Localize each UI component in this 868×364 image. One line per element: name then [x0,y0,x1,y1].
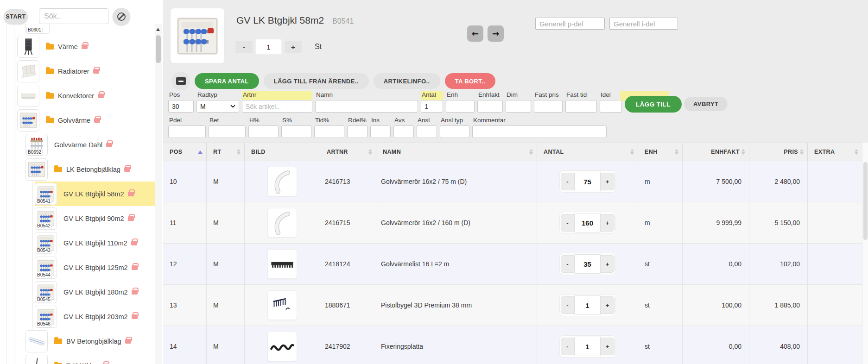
sidebar-item-lk-betongbjalklag[interactable]: LK Betongbjälklag [0,157,155,182]
spara-antal-button[interactable]: SPARA ANTAL [195,73,259,89]
collapse-button[interactable] [171,72,190,90]
sidebar-scrollbar[interactable] [155,24,162,364]
pdel-input[interactable] [168,126,206,138]
decrement-button[interactable]: - [561,214,575,232]
sidebar: B0601 Värme Radiatorer [0,0,163,364]
search-input[interactable] [39,8,108,24]
column-header-bild[interactable]: BILD [245,143,320,161]
quantity-input[interactable] [575,295,601,315]
decrement-button[interactable]: - [561,255,575,273]
idel-input[interactable] [600,100,622,113]
quantity-input[interactable] [575,254,601,274]
pos-input[interactable] [168,100,194,113]
increment-button[interactable]: + [601,338,615,355]
column-header-pos[interactable]: POS [163,143,207,161]
cell-rt: M [207,161,245,202]
sidebar-item-b0601-partial[interactable]: B0601 [0,24,155,34]
column-header-antal[interactable]: ANTAL [537,143,638,161]
enh-input[interactable] [446,100,475,113]
avs-input[interactable] [393,126,414,138]
quantity-input[interactable] [575,337,601,356]
sidebar-item-radiatorer[interactable]: Radiatorer [0,59,155,83]
lagg-till-button[interactable]: LÄGG TILL [625,96,682,113]
sidebar-item-gv-lk-btgbjkl-90m2[interactable]: B0542 GV LK Btgbjkl 90m2 [0,206,155,231]
decrement-button[interactable]: - [235,41,253,53]
avbryt-button[interactable]: AVBRYT [684,97,728,111]
item-code-badge: B0544 [36,272,52,278]
tid-pct-input[interactable] [314,126,344,138]
product-header: GV LK Btgbjkl 58m2 B0541 [236,15,354,26]
sidebar-item-trabjalklag[interactable]: Träbjälklag [0,353,155,364]
ins-input[interactable] [370,126,391,138]
column-header-extra[interactable]: EXTRA [808,143,862,161]
ansl-input[interactable] [417,126,437,138]
product-thumbnail [17,60,39,82]
sidebar-item-gv-lk-btgbjkl-110m2[interactable]: B0543 GV LK Btgbjkl 110m2 [0,231,155,255]
quantity-input[interactable] [575,172,601,191]
column-header-namn[interactable]: NAMN [376,143,537,161]
column-header-enhfakt[interactable]: ENHFAKT [683,143,749,161]
table-row[interactable]: 10 M 2416713 Golvvärmerör 16x2 / 75 m (D… [163,161,862,202]
tree-item-label: Konvektorer [58,92,94,100]
artnr-input[interactable] [242,100,312,113]
arrow-left-icon[interactable]: ← [467,25,483,42]
increment-button[interactable]: + [601,296,615,314]
s-pct-input[interactable] [281,126,311,138]
scroll-up-icon[interactable] [156,28,160,31]
radtyp-select[interactable]: M [196,100,239,113]
increment-button[interactable]: + [601,214,615,232]
kommentar-input[interactable] [472,126,607,138]
column-header-pris[interactable]: PRIS [749,143,808,161]
item-code-badge: B0692 [26,149,43,156]
artikelinfo-button[interactable]: ARTIKELINFO.. [374,73,440,89]
product-thumbnail [25,355,48,364]
scrollbar-thumb[interactable] [156,35,161,63]
rdel-pct-input[interactable] [347,126,367,138]
sidebar-item-gv-lk-btgbjkl-180m2[interactable]: B0545 GV LK Btgbjkl 180m2 [0,280,155,304]
fast-pris-input[interactable] [534,100,563,113]
table-row[interactable]: 12 M 2418124 Golvvärmelist 16 L=2 m - + … [163,244,862,285]
sidebar-item-gv-lk-btgbjkl-58m2[interactable]: B0541 GV LK Btgbjkl 58m2 [0,182,155,206]
decrement-button[interactable]: - [561,338,575,355]
increment-button[interactable]: + [601,173,615,190]
column-header-rt[interactable]: RT [207,143,245,161]
clear-filter-button[interactable] [113,8,130,25]
decrement-button[interactable]: - [561,296,575,314]
table-row[interactable]: 14 M 2417902 Fixeringsplatta - + st 0,00… [163,326,862,364]
bet-input[interactable] [209,126,246,138]
antal-input[interactable] [421,100,443,113]
table-row[interactable]: 11 M 2416715 Golvvärmerör 16x2 / 160 m (… [163,202,862,244]
sidebar-item-konvektorer[interactable]: Konvektorer [0,83,155,108]
arrow-right-icon[interactable]: → [488,25,504,42]
h-pct-input[interactable] [248,126,279,138]
generell-p-del-input[interactable] [535,18,605,30]
sidebar-item-bv-betongbjalklag[interactable]: BV Betongbjälklag [0,329,155,353]
product-thumbnail: B0601 [25,24,50,34]
sidebar-item-gv-lk-btgbjkl-125m2[interactable]: B0544 GV LK Btgbjkl 125m2 [0,255,155,280]
column-header-enh[interactable]: ENH [638,143,683,161]
increment-button[interactable]: + [601,255,615,273]
table-row[interactable]: 13 M 1880671 Pistolbygel 3D Premium 38 m… [163,285,862,326]
sidebar-item-golvvarme-dahl[interactable]: B0692 Golvvärme Dahl [0,132,155,157]
generell-i-del-input[interactable] [609,18,678,30]
sidebar-item-golvvarme[interactable]: Golvvärme [0,108,155,132]
pdel-field: Pdel [168,116,206,138]
ta-bort-button[interactable]: TA BORT.. [445,73,496,89]
scrollbar-thumb[interactable] [863,162,868,240]
sidebar-item-varme[interactable]: Värme [0,34,155,59]
column-header-artnr[interactable]: ARTNR [320,143,376,161]
fast-tid-input[interactable] [565,100,597,113]
enhfakt-input[interactable] [477,100,503,113]
page-scrollbar[interactable] [862,143,868,364]
cell-pris: 408,00 [749,326,808,364]
increment-button[interactable]: + [285,41,302,53]
namn-input[interactable] [315,100,418,113]
dim-input[interactable] [506,100,531,113]
ansl-typ-input[interactable] [440,126,469,138]
quantity-input[interactable] [575,213,601,232]
lagg-till-fran-arende-button[interactable]: LÄGG TILL FRÅN ÄRENDE.. [264,73,369,89]
quantity-input[interactable] [255,39,282,55]
sidebar-item-gv-lk-btgbjkl-203m2[interactable]: B0546 GV LK Btgbjkl 203m2 [0,304,155,329]
start-button[interactable]: START [4,9,28,24]
decrement-button[interactable]: - [561,173,575,190]
